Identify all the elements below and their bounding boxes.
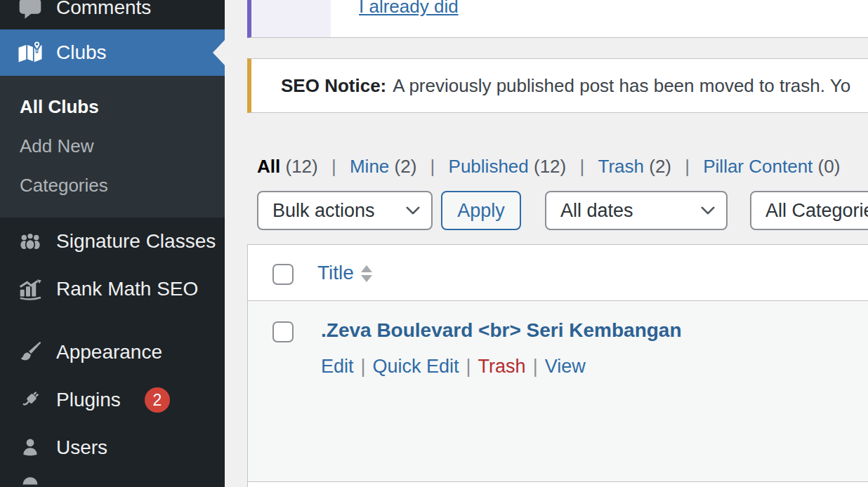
filter-published-link[interactable]: Published [449,156,529,177]
seo-notice-title: SEO Notice: [281,75,386,97]
table-header: Title [248,245,868,301]
action-separator: | [466,356,471,377]
filter-all-link[interactable]: All [257,156,280,177]
notice-accent-panel [251,0,331,37]
dates-value: All dates [560,200,633,222]
sidebar-item-label: Appearance [56,341,162,363]
sidebar-item-rank-math-seo[interactable]: Rank Math SEO [0,265,225,313]
filter-published: Published (12) [449,156,593,177]
menu-separator [0,313,225,328]
sidebar-item-label: Signature Classes [56,230,216,253]
submenu-item-all-clubs[interactable]: All Clubs [0,87,225,126]
sidebar-item-plugins[interactable]: Plugins 2 [0,376,225,424]
sidebar-item-tools-partial[interactable] [0,472,225,487]
filter-views: All (12) Mine (2) Published (12) Trash (… [257,156,840,177]
chevron-down-icon [701,206,715,215]
filter-count: (0) [818,156,841,177]
filter-count: (12) [534,156,566,177]
wordpress-admin-screen: Comments Clubs All Clubs Add N [0,0,868,487]
table-row: .Zeva Boulevard <br> Seri Kembangan Edit… [248,301,868,482]
sidebar-item-appearance[interactable]: Appearance [0,328,225,376]
apply-button[interactable]: Apply [441,191,521,230]
brush-icon [17,339,44,366]
sidebar-item-label: Clubs [56,41,107,64]
row-checkbox[interactable] [272,321,294,342]
filter-mine-link[interactable]: Mine [350,156,389,177]
filter-pillar-content: Pillar Content (0) [703,156,840,177]
filter-count: (12) [285,156,317,177]
sidebar-item-users[interactable]: Users [0,424,225,472]
sidebar-item-label: Users [56,436,107,459]
plug-icon [17,387,44,413]
chevron-down-icon [406,206,420,215]
filter-trash-link[interactable]: Trash [598,156,644,177]
clubs-map-pin-icon [17,39,44,66]
title-column-header[interactable]: Title [317,262,372,284]
select-all-checkbox[interactable] [272,264,294,285]
filter-count: (2) [649,156,671,177]
row-content: .Zeva Boulevard <br> Seri Kembangan Edit… [248,301,868,378]
sidebar-item-label: Plugins [56,389,121,411]
plugins-update-badge: 2 [145,387,170,413]
bulk-actions-value: Bulk actions [272,200,375,222]
submenu-item-categories[interactable]: Categories [0,166,225,205]
seo-chart-icon [17,276,44,302]
post-title-link[interactable]: .Zeva Boulevard <br> Seri Kembangan [321,319,682,342]
tools-icon [17,474,44,487]
current-menu-arrow [213,40,225,65]
title-header-label: Title [317,262,354,284]
sort-icon [361,265,372,282]
edit-action[interactable]: Edit [321,356,354,377]
filter-all: All (12) [257,156,345,177]
filter-mine: Mine (2) [350,156,443,177]
action-separator: | [361,356,366,377]
bulk-actions-select[interactable]: Bulk actions [257,191,433,230]
content-area: I already did SEO Notice: A previously p… [225,0,868,487]
filter-pillar-content-link[interactable]: Pillar Content [703,156,813,177]
seo-notice-message: A previously published post has been mov… [393,75,850,97]
categories-select[interactable]: All Categories [750,191,868,230]
categories-value: All Categories [765,200,868,222]
sidebar-item-clubs[interactable]: Clubs [0,29,225,76]
sidebar-item-label: Comments [56,0,151,19]
user-icon [17,434,44,461]
filter-trash: Trash (2) [598,156,698,177]
trash-action[interactable]: Trash [478,356,526,377]
action-separator: | [533,356,538,377]
view-action[interactable]: View [545,356,586,377]
sidebar-item-comments[interactable]: Comments [0,0,225,29]
dates-select[interactable]: All dates [545,191,728,230]
seo-warning-notice: SEO Notice: A previously published post … [247,58,868,113]
already-did-link[interactable]: I already did [359,0,459,17]
posts-table: Title .Zeva Boulevard <br> Seri Kembanga… [247,244,868,487]
submenu-item-add-new[interactable]: Add New [0,126,225,166]
submenu-label: Add New [20,135,94,157]
filter-count: (2) [395,156,417,177]
comments-icon [17,0,44,21]
clubs-submenu: All Clubs Add New Categories [0,76,225,218]
submenu-label: Categories [20,175,108,196]
sidebar-item-signature-classes[interactable]: Signature Classes [0,218,225,265]
submenu-label: All Clubs [20,96,99,118]
sidebar-item-label: Rank Math SEO [56,278,198,300]
groups-icon [17,228,44,255]
row-actions: Edit|Quick Edit|Trash|View [321,356,868,378]
admin-sidebar: Comments Clubs All Clubs Add N [0,0,225,487]
quick-edit-action[interactable]: Quick Edit [373,356,459,377]
dismissed-notice: I already did [247,0,868,38]
